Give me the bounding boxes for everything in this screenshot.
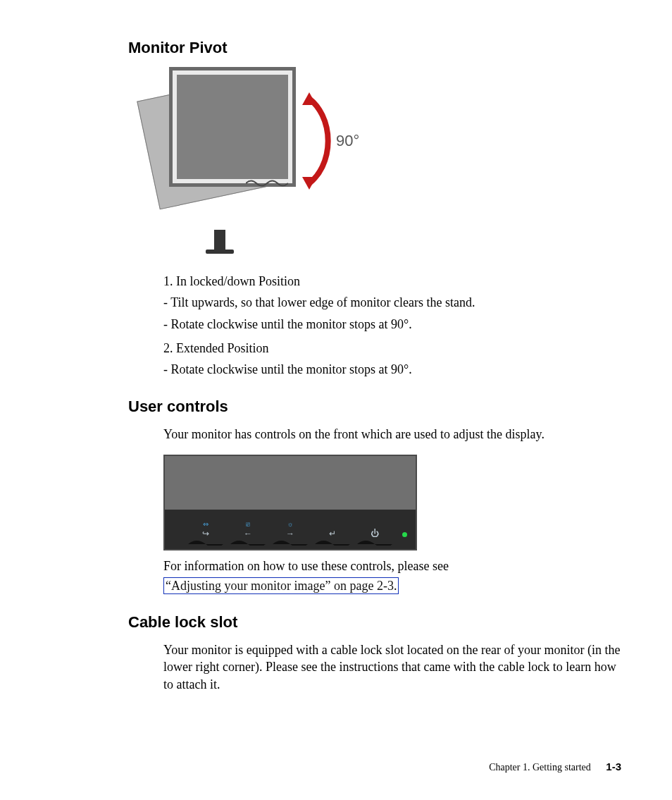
power-icon: ⏻: [355, 529, 394, 538]
monitor-screen: [177, 75, 288, 179]
control-button-4: ↵: [313, 528, 352, 546]
footer-page-number: 1-3: [606, 761, 621, 773]
pivot-step: - Tilt upwards, so that lower edge of mo…: [163, 294, 621, 311]
input-icon: ⇔: [186, 521, 225, 528]
heading-cable-lock-slot: Cable lock slot: [128, 613, 621, 632]
control-button-2: ⎚ ←: [228, 521, 268, 546]
pivot-step: 2. Extended Position: [163, 340, 621, 357]
right-arrow-icon: →: [270, 529, 310, 538]
pivot-step: - Rotate clockwise until the monitor sto…: [163, 316, 621, 333]
cable-lock-content: Your monitor is equipped with a cable lo…: [163, 641, 621, 693]
heading-user-controls: User controls: [128, 398, 621, 416]
pivot-step: 1. In locked/down Position: [163, 273, 621, 290]
user-controls-content: Your monitor has controls on the front w…: [163, 426, 621, 593]
brightness-icon: ☼: [270, 521, 310, 528]
monitor-bezel: [163, 455, 417, 512]
figure-user-controls: ⇔ ↪ ⎚ ← ☼ →: [163, 455, 417, 550]
button-ridge-icon: [270, 539, 310, 546]
section-cable-lock-slot: Cable lock slot Your monitor is equipped…: [128, 613, 621, 693]
button-ridge-icon: [313, 539, 352, 546]
control-button-1: ⇔ ↪: [186, 521, 225, 546]
control-button-3: ☼ →: [270, 521, 310, 546]
monitor-stand-base: [206, 250, 234, 254]
cable-lock-body: Your monitor is equipped with a cable lo…: [163, 641, 621, 693]
button-ridge-icon: [186, 539, 225, 546]
pivot-step: - Rotate clockwise until the monitor sto…: [163, 361, 621, 378]
user-controls-intro: Your monitor has controls on the front w…: [163, 426, 621, 443]
svg-marker-0: [302, 92, 316, 105]
button-row: ⇔ ↪ ⎚ ← ☼ →: [165, 515, 416, 546]
control-button-5: ⏻: [355, 528, 394, 546]
pivot-content: 90° 1. In locked/down Position - Tilt up…: [163, 67, 621, 378]
enter-icon: ↵: [313, 529, 352, 538]
page-footer: Chapter 1. Getting started 1-3: [489, 761, 621, 773]
monitor-front: [169, 67, 296, 187]
pivot-angle-label: 90°: [336, 132, 359, 150]
monitor-bezel-wave-icon: [246, 180, 288, 187]
section-user-controls: User controls Your monitor has controls …: [128, 398, 621, 593]
footer-chapter: Chapter 1. Getting started: [489, 762, 591, 773]
button-ridge-icon: [355, 539, 394, 546]
monitor-stand-neck: [214, 230, 225, 250]
link-adjusting-monitor-image[interactable]: “Adjusting your monitor image” on page 2…: [163, 577, 399, 594]
rotation-arrow-icon: [301, 88, 336, 194]
power-led-icon: [402, 532, 407, 537]
section-monitor-pivot: Monitor Pivot 90° 1. In: [128, 39, 621, 378]
left-arrow-icon: ←: [228, 529, 268, 538]
auto-adjust-icon: ⎚: [228, 521, 268, 528]
button-ridge-icon: [228, 539, 268, 546]
heading-monitor-pivot: Monitor Pivot: [128, 39, 621, 57]
exit-icon: ↪: [186, 529, 225, 538]
document-page: Monitor Pivot 90° 1. In: [0, 0, 672, 800]
monitor-button-panel: ⇔ ↪ ⎚ ← ☼ →: [163, 510, 417, 550]
user-controls-followup: For information on how to use these cont…: [163, 558, 621, 574]
svg-marker-1: [302, 177, 316, 190]
figure-monitor-pivot: 90°: [163, 67, 417, 264]
